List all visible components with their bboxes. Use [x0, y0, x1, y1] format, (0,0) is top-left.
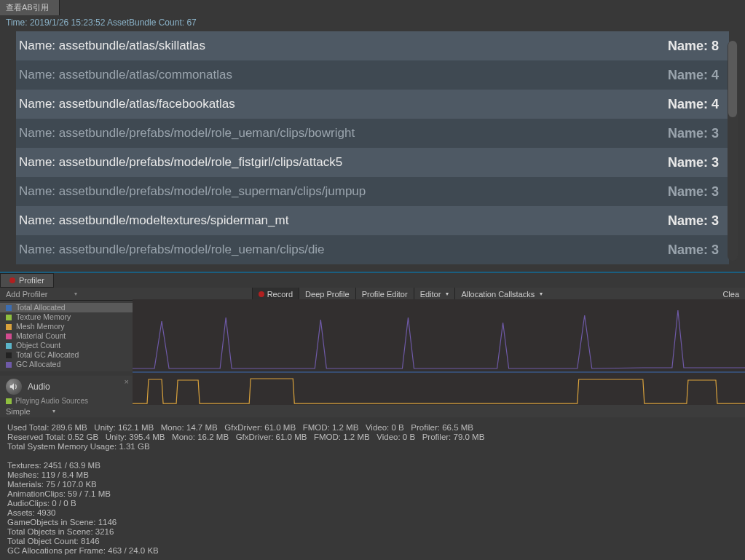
bundle-count: Name: 4: [668, 97, 719, 112]
bundle-row[interactable]: Name: assetbundle/prefabs/model/role_sup…: [16, 177, 729, 206]
legend-item[interactable]: Material Count: [0, 331, 133, 341]
audio-graph[interactable]: [133, 376, 745, 405]
scrollbar[interactable]: [728, 41, 738, 261]
simple-label: Simple: [6, 407, 31, 416]
profile-editor-button[interactable]: Profile Editor: [355, 288, 414, 300]
bundle-list: Name: assetbundle/atlas/skillatlasName: …: [0, 31, 745, 264]
bundle-name: Name: assetbundle/prefabs/model/role_sup…: [19, 184, 366, 199]
timestamp-label: Time: 2019/1/26 15:23:52 AssetBundle Cou…: [0, 15, 745, 31]
ab-reference-panel: 查看AB引用 Time: 2019/1/26 15:23:52 AssetBun…: [0, 0, 745, 264]
legend-label: Material Count: [16, 331, 66, 341]
bundle-row[interactable]: Name: assetbundle/atlas/skillatlasName: …: [16, 31, 729, 60]
bundle-row[interactable]: Name: assetbundle/atlas/commonatlasName:…: [16, 60, 729, 90]
legend-item[interactable]: Object Count: [0, 341, 133, 350]
tab-row: 查看AB引用: [0, 0, 745, 15]
chevron-down-icon: ▾: [540, 291, 543, 297]
stats-line: AudioClips: 0 / 0 B: [7, 499, 738, 508]
stats-line: Meshes: 119 / 8.4 MB: [7, 470, 738, 480]
bundle-name: Name: assetbundle/modeltextures/spiderma…: [19, 213, 288, 228]
bundle-count: Name: 3: [668, 155, 719, 170]
stats-line: Used Total: 289.6 MB Unity: 162.1 MB Mon…: [7, 423, 738, 433]
legend-item[interactable]: Total GC Allocated: [0, 350, 133, 360]
bundle-row[interactable]: Name: assetbundle/prefabs/model/role_uem…: [16, 119, 729, 148]
chevron-down-icon: ▾: [446, 291, 449, 297]
tab-profiler-label: Profiler: [19, 276, 44, 285]
profiler-tab-row: Profiler: [0, 273, 745, 288]
stats-line: [7, 451, 738, 461]
record-label: Record: [267, 290, 293, 299]
chevron-down-icon: ▾: [74, 291, 77, 297]
bundle-row[interactable]: Name: assetbundle/atlas/facebookatlasNam…: [16, 90, 729, 119]
stats-line: Assets: 4930: [7, 508, 738, 518]
stats-line: GameObjects in Scene: 1146: [7, 518, 738, 527]
memory-legend: Total AllocatedTexture MemoryMesh Memory…: [0, 301, 133, 371]
memory-stats: Used Total: 289.6 MB Unity: 162.1 MB Mon…: [0, 419, 745, 560]
stats-line: Total Object Count: 8146: [7, 537, 738, 546]
chevron-down-icon: ▾: [52, 408, 55, 414]
record-icon: [259, 291, 264, 297]
close-icon[interactable]: ×: [125, 377, 129, 386]
speaker-icon: [6, 379, 22, 395]
clear-button[interactable]: Clea: [717, 288, 745, 300]
bundle-row[interactable]: Name: assetbundle/modeltextures/spiderma…: [16, 206, 729, 235]
editor-label: Editor: [420, 290, 441, 299]
bundle-count: Name: 3: [668, 126, 719, 141]
tab-profiler[interactable]: Profiler: [0, 273, 54, 288]
bundle-row[interactable]: Name: assetbundle/prefabs/model/role_uem…: [16, 235, 729, 264]
audio-sub-label: Playing Audio Sources: [15, 397, 88, 405]
bundle-name: Name: assetbundle/atlas/facebookatlas: [19, 97, 235, 111]
legend-label: Texture Memory: [16, 312, 71, 322]
legend-label: Object Count: [16, 341, 60, 350]
legend-item[interactable]: Texture Memory: [0, 312, 133, 322]
scroll-thumb[interactable]: [728, 41, 737, 117]
editor-dropdown[interactable]: Editor ▾: [414, 288, 455, 300]
bundle-name: Name: assetbundle/prefabs/model/role_fis…: [19, 155, 342, 170]
bundle-name: Name: assetbundle/prefabs/model/role_uem…: [19, 242, 325, 257]
bundle-count: Name: 4: [668, 68, 719, 83]
bundle-count: Name: 3: [668, 242, 719, 258]
legend-label: Mesh Memory: [16, 322, 65, 331]
bundle-name: Name: assetbundle/atlas/skillatlas: [19, 39, 205, 53]
simple-dropdown[interactable]: Simple ▾: [0, 405, 745, 417]
bundle-count: Name: 3: [668, 184, 719, 200]
deep-profile-button[interactable]: Deep Profile: [299, 288, 355, 300]
allocation-callstacks-dropdown[interactable]: Allocation Callstacks ▾: [454, 288, 548, 300]
stats-line: Reserved Total: 0.52 GB Unity: 395.4 MB …: [7, 433, 738, 442]
stats-line: Materials: 75 / 107.0 KB: [7, 480, 738, 489]
bundle-name: Name: assetbundle/atlas/commonatlas: [19, 68, 232, 82]
legend-item[interactable]: Mesh Memory: [0, 322, 133, 331]
audio-block: × Audio Playing Audio Sources: [0, 376, 133, 408]
legend-label: GC Allocated: [16, 360, 60, 369]
record-dot-icon: [9, 277, 15, 283]
record-button[interactable]: Record: [252, 288, 299, 300]
add-profiler-dropdown[interactable]: Add Profiler ▾: [0, 290, 83, 299]
legend-label: Total Allocated: [16, 303, 66, 312]
bundle-count: Name: 8: [668, 39, 719, 54]
tab-ab-reference[interactable]: 查看AB引用: [0, 0, 60, 15]
alloc-callstacks-label: Allocation Callstacks: [461, 290, 535, 299]
legend-item[interactable]: Total Allocated: [0, 303, 133, 312]
audio-label: Audio: [28, 382, 50, 392]
memory-graph[interactable]: [133, 299, 745, 376]
profiler-panel: Profiler Add Profiler ▾ Record Deep Prof…: [0, 272, 745, 560]
stats-line: Total System Memory Usage: 1.31 GB: [7, 442, 738, 451]
bundle-name: Name: assetbundle/prefabs/model/role_uem…: [19, 126, 355, 141]
bundle-row[interactable]: Name: assetbundle/prefabs/model/role_fis…: [16, 148, 729, 177]
stats-line: Total Objects in Scene: 3216: [7, 527, 738, 537]
bundle-count: Name: 3: [668, 213, 719, 229]
stats-line: Textures: 2451 / 63.9 MB: [7, 461, 738, 470]
legend-item[interactable]: GC Allocated: [0, 360, 133, 369]
stats-line: GC Allocations per Frame: 463 / 24.0 KB: [7, 546, 738, 556]
stats-line: AnimationClips: 59 / 7.1 MB: [7, 489, 738, 499]
legend-label: Total GC Allocated: [16, 350, 79, 360]
add-profiler-label: Add Profiler: [6, 290, 47, 299]
